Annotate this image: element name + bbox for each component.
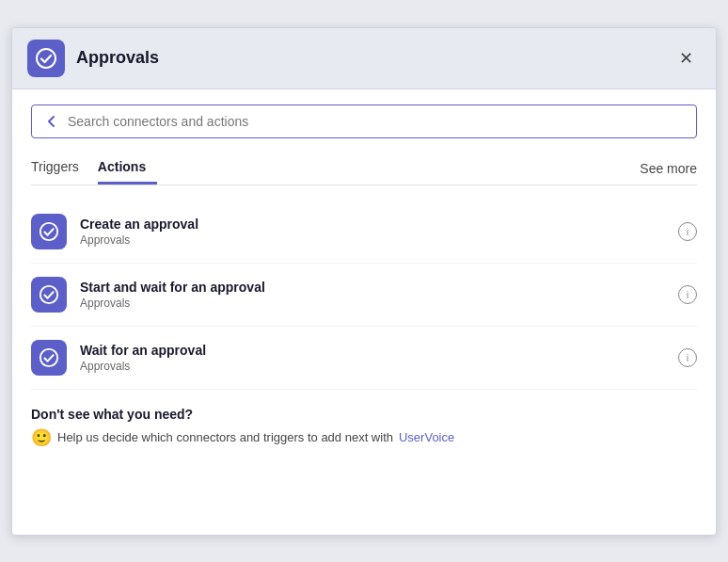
search-bar	[31, 104, 697, 138]
action-item-create-approval[interactable]: Create an approval Approvals i	[31, 201, 697, 264]
uservoice-link[interactable]: UserVoice	[399, 430, 454, 444]
tab-triggers[interactable]: Triggers	[31, 153, 90, 185]
action-sub-wait: Approvals	[80, 360, 678, 373]
tabs-bar: Triggers Actions See more	[31, 153, 697, 185]
dialog-header: Approvals ✕	[12, 28, 716, 89]
action-sub-create: Approvals	[80, 233, 678, 247]
approvals-dialog: Approvals ✕ Triggers Actions See more	[11, 27, 717, 536]
action-name-start-wait: Start and wait for an approval	[80, 280, 678, 295]
info-icon-create[interactable]: i	[678, 222, 697, 241]
action-info-wait: Wait for an approval Approvals	[80, 343, 678, 373]
action-name-wait: Wait for an approval	[80, 343, 678, 358]
action-name-create: Create an approval	[80, 217, 678, 232]
see-more-button[interactable]: See more	[640, 161, 697, 176]
footer: Don't see what you need? 🙂 Help us decid…	[31, 407, 697, 456]
action-info-create: Create an approval Approvals	[80, 217, 678, 247]
footer-body-text: Help us decide which connectors and trig…	[57, 430, 393, 444]
action-icon-create	[31, 214, 67, 249]
smiley-icon: 🙂	[31, 427, 52, 448]
footer-headline: Don't see what you need?	[31, 407, 697, 422]
svg-point-0	[37, 49, 55, 68]
dialog-body: Triggers Actions See more Create an appr…	[12, 89, 716, 535]
svg-point-3	[40, 348, 57, 365]
info-icon-start-wait[interactable]: i	[678, 285, 697, 304]
dialog-title: Approvals	[76, 48, 672, 68]
actions-list: Create an approval Approvals i Start and…	[31, 201, 697, 390]
back-button[interactable]	[43, 113, 60, 130]
svg-point-1	[40, 222, 57, 239]
action-item-start-wait[interactable]: Start and wait for an approval Approvals…	[31, 264, 697, 327]
action-sub-start-wait: Approvals	[80, 297, 678, 310]
tab-actions[interactable]: Actions	[98, 153, 157, 185]
svg-point-2	[40, 285, 57, 302]
action-item-wait[interactable]: Wait for an approval Approvals i	[31, 327, 697, 390]
action-icon-start-wait	[31, 277, 67, 313]
approvals-app-icon	[27, 40, 65, 77]
close-button[interactable]: ✕	[672, 44, 701, 72]
info-icon-wait[interactable]: i	[678, 348, 697, 367]
action-icon-wait	[31, 340, 67, 376]
footer-text: 🙂 Help us decide which connectors and tr…	[31, 427, 697, 448]
search-input[interactable]	[68, 114, 685, 129]
action-info-start-wait: Start and wait for an approval Approvals	[80, 280, 678, 310]
